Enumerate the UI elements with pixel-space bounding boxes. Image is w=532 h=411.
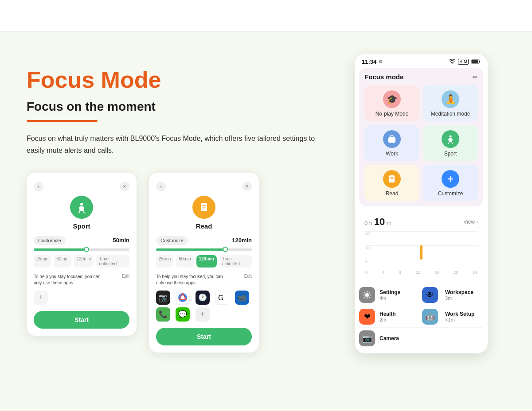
health-app-info: Health 2m [379, 311, 418, 322]
camera-app-icon: 📷 [359, 330, 375, 346]
app-icon-duo: 📹 [235, 291, 249, 305]
app-icon-camera: 📷 [156, 291, 170, 305]
svg-rect-2 [202, 205, 206, 206]
sport-add-app[interactable]: + [34, 291, 48, 305]
sport-icon [442, 130, 459, 148]
camera-app-row[interactable]: 📷 Camera [359, 328, 483, 349]
svg-rect-17 [391, 180, 393, 180]
work-mode-card[interactable]: Work [364, 125, 419, 161]
subtitle: Focus on the moment [27, 100, 337, 114]
sport-slider-fill [34, 248, 86, 251]
read-customize-pill[interactable]: Customize [156, 236, 188, 245]
sport-start-button[interactable]: Start [34, 311, 129, 329]
settings-app-time: 4m [379, 295, 418, 301]
sport-unlimited[interactable]: Time unlimited [96, 255, 129, 268]
meditation-label: Meditation mode [431, 111, 470, 117]
read-slider-fill [156, 248, 225, 251]
workspace-app-name: Workspace [445, 289, 483, 295]
app-icon-chrome [176, 291, 190, 305]
focus-mode-panel: Focus mode ✏ 🎓 No-play Mode 🧘 Meditation… [359, 68, 483, 206]
edit-icon[interactable]: ✏ [473, 74, 478, 81]
sport-mode-name: Sport [34, 222, 129, 230]
settings-app-item[interactable]: Settings 4m 👁 Workspace 3m [359, 284, 483, 306]
read-mockup: ‹ × Read Customize 120min [149, 173, 259, 353]
read-25min[interactable]: 25min [156, 255, 173, 268]
work-label: Work [386, 151, 398, 157]
description: Focus on what truly matters with BL9000'… [27, 132, 328, 156]
health-app-row[interactable]: ❤ Health 2m 🤖 Work Setup <1m [359, 306, 483, 328]
battery-icon [471, 59, 481, 65]
health-app-icon: ❤ [359, 309, 375, 325]
sport-time-options: 25min 60min 120min Time unlimited [34, 255, 129, 268]
svg-rect-12 [388, 137, 395, 143]
sport-customize-pill[interactable]: Customize [34, 236, 66, 245]
read-edit-link[interactable]: Edit [244, 274, 252, 279]
read-back-button[interactable]: ‹ [156, 182, 166, 191]
timeline-hours: 0 h [364, 220, 374, 226]
sport-60min[interactable]: 60min [54, 255, 71, 268]
app-icon-add-more[interactable]: + [196, 307, 210, 322]
svg-point-13 [450, 136, 452, 138]
read-label: Read [386, 190, 399, 197]
sport-close-button[interactable]: × [120, 182, 129, 191]
chart-label-12: 12 [415, 270, 420, 275]
sim-icon: SIM [458, 59, 469, 65]
read-app-grid: 📷 🕐 G 📹 📞 💬 + [156, 291, 252, 322]
no-play-mode-card[interactable]: 🎓 No-play Mode [364, 85, 419, 121]
sport-slider[interactable] [34, 248, 129, 251]
sport-slider-thumb[interactable] [84, 247, 89, 252]
gear-icon: ⚙ [379, 59, 383, 64]
chart-area: 60 30 0 [364, 231, 478, 267]
sport-back-button[interactable]: ‹ [34, 182, 43, 191]
read-time-options: 25min 60min 120min Time unlimited [156, 255, 252, 268]
sport-edit-link[interactable]: Edit [122, 274, 129, 279]
main-title: Focus Mode [27, 67, 337, 93]
read-120min[interactable]: 120min [196, 255, 217, 268]
chart-label-20: 20 [454, 270, 458, 275]
svg-point-8 [452, 63, 453, 64]
customize-icon [442, 170, 459, 188]
no-play-label: No-play Mode [376, 111, 409, 117]
read-start-button[interactable]: Start [156, 328, 252, 345]
worksetup-app-icon: 🤖 [422, 309, 438, 325]
sport-120min[interactable]: 120min [74, 255, 94, 268]
customize-mode-card[interactable]: Customize [423, 165, 478, 201]
read-close-button[interactable]: × [242, 182, 252, 191]
sport-25min[interactable]: 25min [34, 255, 51, 268]
svg-rect-3 [202, 207, 206, 208]
read-mode-card[interactable]: Read [364, 165, 419, 201]
read-unlimited[interactable]: Time unlimited [219, 255, 252, 268]
view-link[interactable]: View › [463, 219, 478, 225]
settings-app-name: Settings [379, 289, 418, 295]
health-app-time: 2m [379, 317, 418, 322]
read-slider-thumb[interactable] [223, 247, 228, 252]
app-icon-clock: 🕐 [196, 291, 210, 305]
worksetup-app-name: Work Setup [445, 311, 483, 317]
sport-mode-card[interactable]: Sport [423, 125, 478, 161]
sport-customize-row: Customize 50min [34, 236, 129, 245]
chart-x-labels: 0 4 8 12 16 20 24 [364, 270, 478, 275]
app-icon-google: G [215, 291, 229, 305]
svg-rect-10 [479, 61, 480, 62]
focus-mode-grid: 🎓 No-play Mode 🧘 Meditation mode Work [364, 85, 478, 201]
read-slider[interactable] [156, 248, 252, 251]
timeline-minutes-value: 10 [374, 216, 385, 227]
read-apps-hint: To help you stay focused, you can only u… [156, 274, 252, 286]
chart-label-8: 8 [399, 270, 401, 275]
work-icon [383, 130, 401, 148]
chart-label-4: 4 [382, 270, 384, 275]
focus-panel-title: Focus mode [364, 73, 403, 81]
meditation-mode-card[interactable]: 🧘 Meditation mode [423, 85, 478, 121]
health-app-name: Health [379, 311, 418, 317]
svg-rect-4 [202, 209, 204, 209]
chevron-right-icon: › [476, 219, 478, 225]
read-mode-name: Read [156, 222, 252, 230]
right-side: 11:34 ⚙ SIM Focus mode ✏ [355, 54, 497, 353]
sport-mode-icon [70, 196, 93, 219]
worksetup-app-info: Work Setup <1m [445, 311, 483, 322]
workspace-app-icon: 👁 [422, 287, 438, 303]
timeline-panel: 0 h 10 m View › 60 30 [359, 211, 483, 280]
status-time: 11:34 ⚙ [362, 58, 383, 65]
read-60min[interactable]: 60min [176, 255, 193, 268]
read-customize-row: Customize 120min [156, 236, 252, 245]
